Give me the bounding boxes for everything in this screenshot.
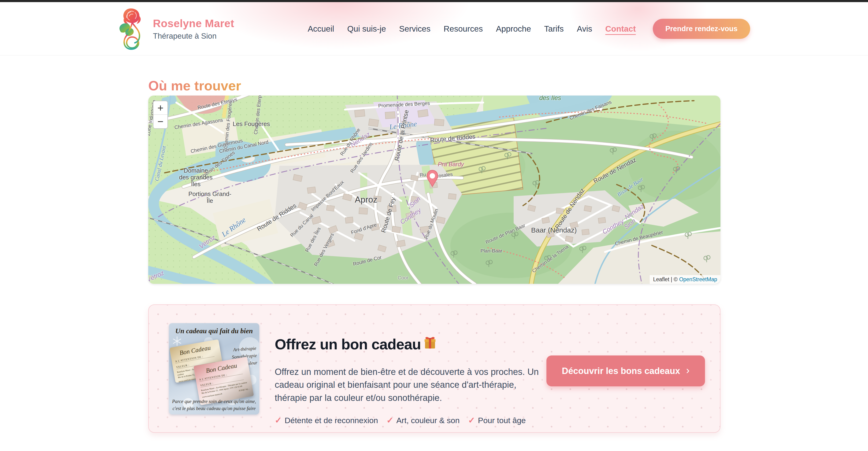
nav-contact[interactable]: Contact bbox=[605, 24, 636, 33]
top-strip bbox=[0, 0, 868, 2]
nav-avis[interactable]: Avis bbox=[577, 24, 592, 33]
gift-section-title: Offrez un bon cadeau bbox=[275, 335, 547, 353]
zoom-out-button[interactable]: − bbox=[153, 115, 167, 128]
snowflake-icon bbox=[171, 335, 183, 347]
nav-accueil[interactable]: Accueil bbox=[308, 24, 334, 33]
map-label: Les Fougères bbox=[233, 121, 270, 127]
nav-resources[interactable]: Resources bbox=[443, 24, 483, 33]
map-label: Coor bbox=[398, 275, 408, 281]
map-zoom-control: + − bbox=[153, 101, 168, 129]
map-label: Baar (Nendaz) bbox=[531, 226, 577, 234]
map-label: Domaine des grandes Îles bbox=[179, 167, 212, 188]
gift-emoji-icon bbox=[423, 335, 437, 353]
brand-name: Roselyne Maret bbox=[153, 17, 234, 30]
map-label: Portions Grand- Île bbox=[188, 191, 231, 204]
page-title: Où me trouver bbox=[148, 78, 241, 93]
site-header: Roselyne Maret Thérapeute à Sion Accueil… bbox=[0, 2, 868, 56]
nav-approche[interactable]: Approche bbox=[496, 24, 531, 33]
zoom-in-button[interactable]: + bbox=[153, 101, 167, 115]
map-label: Pra Bardy bbox=[438, 161, 464, 167]
map-label: des Îles bbox=[539, 96, 561, 101]
gift-image-caption: Parce que prendre soin de ceux qu'on aim… bbox=[169, 398, 259, 412]
feature-item: ✓Art, couleur & son bbox=[386, 415, 460, 425]
discover-vouchers-button[interactable]: Découvrir les bons cadeaux › bbox=[547, 355, 705, 386]
nav-services[interactable]: Services bbox=[399, 24, 431, 33]
feature-item: ✓Détente et de reconnexion bbox=[275, 415, 378, 425]
location-marker-pin[interactable] bbox=[426, 169, 438, 189]
brand[interactable]: Roselyne Maret Thérapeute à Sion bbox=[116, 5, 234, 53]
brand-subtitle: Thérapeute à Sion bbox=[153, 32, 234, 40]
feature-item: ✓Pour tout âge bbox=[468, 415, 526, 425]
gift-voucher-card: Un cadeau qui fait du bien Art-thérapie … bbox=[148, 304, 720, 433]
map-label: Ru bbox=[419, 172, 426, 178]
gift-section-body: Offrez un moment de bien-être et de déco… bbox=[275, 365, 542, 405]
map-label: Aproz bbox=[355, 195, 377, 204]
check-icon: ✓ bbox=[386, 415, 394, 425]
nav-qui-suis-je[interactable]: Qui suis-je bbox=[347, 24, 386, 33]
gift-voucher-image: Un cadeau qui fait du bien Art-thérapie … bbox=[169, 323, 259, 415]
leaflet-map[interactable]: Route des EterpysChemin des AgassonsChem… bbox=[148, 96, 720, 284]
book-appointment-button[interactable]: Prendre rendez-vous bbox=[653, 19, 750, 39]
map-label: Plan-Baar bbox=[480, 248, 502, 254]
page: { "colors":{"accent_pink":"#ee7f88","acc… bbox=[0, 0, 868, 451]
rose-logo-icon bbox=[116, 5, 146, 53]
gift-features: ✓Détente et de reconnexion ✓Art, couleur… bbox=[275, 415, 547, 425]
attribution-text: Leaflet | © bbox=[653, 276, 679, 282]
nav-tarifs[interactable]: Tarifs bbox=[544, 24, 564, 33]
openstreetmap-link[interactable]: OpenStreetMap bbox=[679, 276, 717, 282]
gift-image-title: Un cadeau qui fait du bien bbox=[169, 327, 259, 335]
check-icon: ✓ bbox=[275, 415, 282, 425]
check-icon: ✓ bbox=[468, 415, 475, 425]
chevron-right-icon: › bbox=[686, 364, 690, 376]
main-nav: Accueil Qui suis-je Services Resources A… bbox=[308, 24, 636, 33]
map-attribution: Leaflet | © OpenStreetMap bbox=[650, 275, 720, 284]
